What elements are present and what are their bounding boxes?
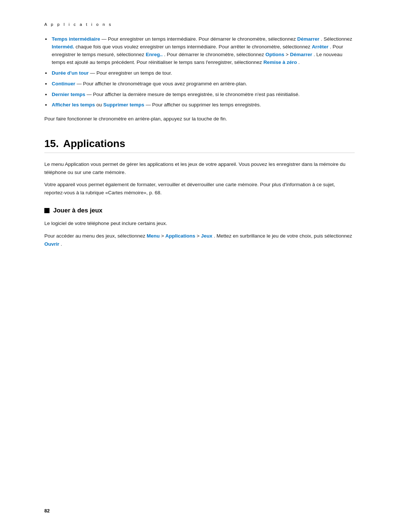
link-temps-intermediaire: Temps intermédiaire (52, 36, 100, 42)
text-static: — Pour afficher la dernière mesure de te… (87, 92, 300, 97)
link-demarrer-2: Démarrer (290, 52, 312, 57)
subsection-title: Jouer à des jeux (53, 207, 102, 214)
subsection-body-p2: Pour accéder au menu des jeux, sélection… (44, 232, 355, 248)
link-options: Options (266, 52, 284, 57)
link-continuer: Continuer (52, 81, 75, 86)
link-applications: Applications (166, 233, 195, 239)
list-item: Continuer — Pour afficher le chronométra… (44, 80, 355, 88)
subsection-body-p1: Le logiciel de votre téléphone peut incl… (44, 219, 355, 228)
link-demarrer-1: Démarrer (297, 36, 320, 42)
text-static: > (197, 233, 201, 239)
chrono-footer-text: Pour faire fonctionner le chronomètre en… (44, 115, 355, 123)
link-enreg: Enreg.. (146, 52, 163, 57)
text-static: ou (96, 102, 103, 108)
text-static: . Pour démarrer le chronomètre, sélectio… (164, 52, 266, 57)
page: A p p l i c a t i o n s Temps intermédia… (0, 0, 399, 532)
text-static: — Pour afficher ou supprimer les temps e… (146, 102, 261, 108)
list-item: Afficher les temps ou Supprimer temps — … (44, 101, 355, 109)
text-static: . Mettez en surbrillance le jeu de votre… (214, 233, 352, 239)
link-intermed: Interméd. (52, 44, 74, 50)
text-static: > (286, 52, 290, 57)
text-static: > (161, 233, 166, 239)
subsection-title-row: Jouer à des jeux (44, 207, 355, 214)
subsection-square-icon (44, 208, 50, 213)
text-static: — Pour afficher le chronométrage que vou… (77, 81, 247, 86)
chapter-number: 15. (44, 138, 59, 150)
text-static: — Pour enregistrer un temps de tour. (90, 70, 172, 76)
chapter-body-p2: Votre appareil vous permet également de … (44, 181, 355, 197)
chapter-section: 15. Applications Le menu Application vou… (44, 138, 355, 197)
text-static: . (61, 241, 62, 247)
link-dernier-temps: Dernier temps (52, 92, 85, 97)
link-arreter: Arrêter (312, 44, 328, 50)
chrono-bullet-list: Temps intermédiaire — Pour enregistrer u… (44, 35, 355, 109)
section-header: A p p l i c a t i o n s (44, 22, 355, 27)
text-static: . (298, 59, 300, 65)
link-remise-zero: Remise à zéro (263, 59, 297, 65)
text-static: — Pour enregistrer un temps intermédiair… (102, 36, 297, 42)
page-number: 82 (44, 508, 50, 514)
link-afficher-temps: Afficher les temps (52, 102, 95, 108)
list-item: Durée d'un tour — Pour enregistrer un te… (44, 69, 355, 77)
link-duree-tour: Durée d'un tour (52, 70, 89, 76)
link-ouvrir: Ouvrir (44, 241, 59, 247)
subsection-games: Jouer à des jeux Le logiciel de votre té… (44, 207, 355, 248)
link-menu: Menu (147, 233, 160, 239)
chapter-title: Applications (63, 138, 125, 150)
text-static: . Sélectionnez (321, 36, 352, 42)
text-static: Pour accéder au menu des jeux, sélection… (44, 233, 147, 239)
list-item: Temps intermédiaire — Pour enregistrer u… (44, 35, 355, 66)
list-item: Dernier temps — Pour afficher la dernièr… (44, 91, 355, 99)
chapter-title-row: 15. Applications (44, 138, 355, 153)
link-supprimer-temps: Supprimer temps (103, 102, 144, 108)
chapter-body-p1: Le menu Application vous permet de gérer… (44, 160, 355, 176)
text-static: chaque fois que vous voulez enregistrer … (76, 44, 312, 50)
link-jeux: Jeux (201, 233, 212, 239)
